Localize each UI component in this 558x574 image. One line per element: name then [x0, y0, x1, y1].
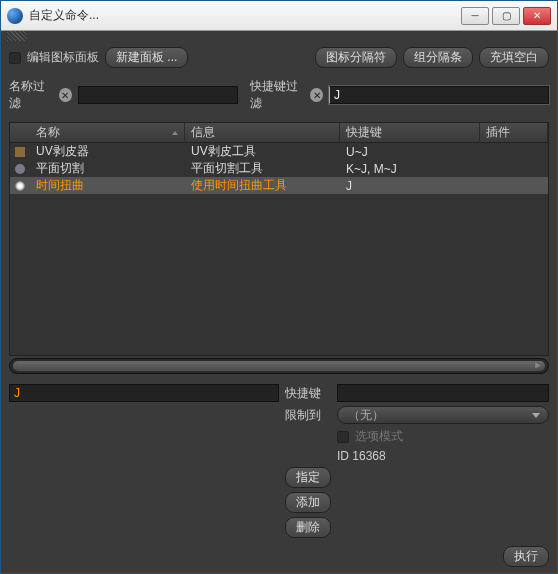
- icon-separator-button[interactable]: 图标分隔符: [315, 47, 397, 68]
- chevron-down-icon: [532, 413, 540, 418]
- cell-key: U~J: [340, 145, 480, 159]
- fill-blank-button[interactable]: 充填空白: [479, 47, 549, 68]
- form-area: 快捷键 限制到 （无） 选项模式 ID 16368 指定 添加 删除: [285, 384, 549, 538]
- clear-shortcut-filter-icon[interactable]: ✕: [310, 88, 323, 102]
- restrict-select[interactable]: （无）: [337, 406, 549, 424]
- minimize-button[interactable]: ─: [461, 7, 489, 25]
- filter-bar: 名称过滤 ✕ 快捷键过滤 ✕: [1, 72, 557, 118]
- cell-info: UV剥皮工具: [185, 143, 340, 160]
- execute-button[interactable]: 执行: [503, 546, 549, 567]
- cell-info: 使用时间扭曲工具: [185, 177, 340, 194]
- grip-row: [1, 31, 557, 43]
- scroll-thumb[interactable]: [13, 361, 545, 371]
- name-filter-input[interactable]: [78, 86, 238, 104]
- command-table: 名称 信息 快捷键 插件 UV剥皮器UV剥皮工具U~J平面切割平面切割工具K~J…: [9, 122, 549, 356]
- table-row[interactable]: 时间扭曲使用时间扭曲工具J: [10, 177, 548, 194]
- col-plugin[interactable]: 插件: [480, 123, 548, 142]
- window: 自定义命令... ─ ▢ ✕ 编辑图标面板 新建面板 ... 图标分隔符 组分隔…: [0, 0, 558, 574]
- restrict-label: 限制到: [285, 407, 331, 424]
- shortcut-filter-label: 快捷键过滤: [250, 78, 305, 112]
- delete-button[interactable]: 删除: [285, 517, 331, 538]
- window-title: 自定义命令...: [29, 7, 461, 24]
- cell-name: UV剥皮器: [30, 143, 185, 160]
- grip-icon[interactable]: [7, 31, 27, 41]
- cell-info: 平面切割工具: [185, 160, 340, 177]
- group-separator-button[interactable]: 组分隔条: [403, 47, 473, 68]
- status-box: J: [9, 384, 279, 402]
- cell-key: J: [340, 179, 480, 193]
- col-name[interactable]: 名称: [30, 123, 185, 142]
- option-mode-label: 选项模式: [355, 428, 403, 445]
- close-button[interactable]: ✕: [523, 7, 551, 25]
- restrict-value: （无）: [348, 407, 384, 424]
- col-icon[interactable]: [10, 123, 30, 142]
- name-filter-label: 名称过滤: [9, 78, 53, 112]
- row-icon: [10, 181, 30, 191]
- scroll-right-icon[interactable]: ►: [532, 360, 544, 372]
- option-mode-checkbox[interactable]: [337, 431, 349, 443]
- footer: 执行: [1, 546, 557, 573]
- table-row[interactable]: 平面切割平面切割工具K~J, M~J: [10, 160, 548, 177]
- col-key[interactable]: 快捷键: [340, 123, 480, 142]
- edit-icons-checkbox[interactable]: [9, 52, 21, 64]
- bottom-panel: J 快捷键 限制到 （无） 选项模式 ID 16368: [1, 380, 557, 546]
- shortcut-filter-input[interactable]: [329, 86, 549, 104]
- status-area: J: [9, 384, 279, 538]
- app-icon: [7, 8, 23, 24]
- id-label: ID 16368: [337, 449, 386, 463]
- sort-indicator-icon: [172, 131, 178, 135]
- shortcut-label: 快捷键: [285, 385, 331, 402]
- table-body: UV剥皮器UV剥皮工具U~J平面切割平面切割工具K~J, M~J时间扭曲使用时间…: [10, 143, 548, 355]
- row-icon: [10, 164, 30, 174]
- table-row[interactable]: UV剥皮器UV剥皮工具U~J: [10, 143, 548, 160]
- col-info[interactable]: 信息: [185, 123, 340, 142]
- shortcut-input[interactable]: [337, 384, 549, 402]
- horizontal-scrollbar[interactable]: ◄ ►: [9, 358, 549, 374]
- cell-name: 时间扭曲: [30, 177, 185, 194]
- assign-button[interactable]: 指定: [285, 467, 331, 488]
- titlebar[interactable]: 自定义命令... ─ ▢ ✕: [1, 1, 557, 31]
- cell-key: K~J, M~J: [340, 162, 480, 176]
- new-panel-button[interactable]: 新建面板 ...: [105, 47, 188, 68]
- row-icon: [10, 147, 30, 157]
- table-header: 名称 信息 快捷键 插件: [10, 123, 548, 143]
- toolbar: 编辑图标面板 新建面板 ... 图标分隔符 组分隔条 充填空白: [1, 43, 557, 72]
- add-button[interactable]: 添加: [285, 492, 331, 513]
- clear-name-filter-icon[interactable]: ✕: [59, 88, 72, 102]
- maximize-button[interactable]: ▢: [492, 7, 520, 25]
- edit-icons-label: 编辑图标面板: [27, 49, 99, 66]
- cell-name: 平面切割: [30, 160, 185, 177]
- window-buttons: ─ ▢ ✕: [461, 7, 551, 25]
